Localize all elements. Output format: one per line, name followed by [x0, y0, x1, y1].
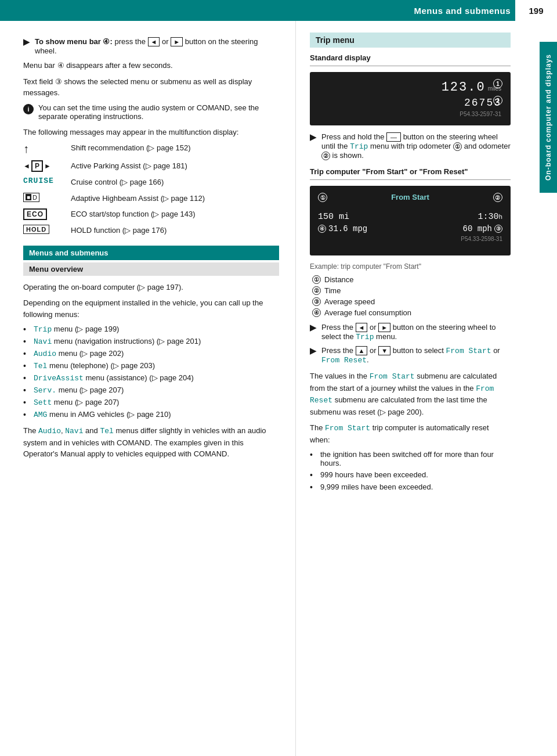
trip-data-grid: 150 mi 1:30h ④ 31.6 mpg 60 mph ③ [318, 212, 502, 233]
intro-text: To show menu bar ④: press the ◄ or ► but… [35, 37, 279, 55]
bullet-dot: • [23, 398, 31, 407]
navi-ref: Navi [65, 427, 83, 435]
num-badge-2: ② [312, 286, 321, 295]
info-box: i You can set the time using the audio s… [23, 103, 279, 121]
arrow-icon4: ▶ [310, 346, 318, 355]
bullet-text-3: 9,999 miles have been exceeded. [320, 483, 433, 491]
right-column: Trip menu Standard display 123.0 miles 1… [296, 21, 540, 756]
page-number: 199 [515, 0, 557, 21]
menu-item-navi: • Navi menu (navigation instructions) (▷… [23, 337, 279, 346]
shift-text: Shift recommendation (▷ page 152) [71, 142, 279, 154]
sett-mono: Sett [34, 398, 52, 407]
standard-display-title: Standard display [310, 53, 511, 62]
badge2: ② [321, 152, 330, 160]
num-badge-3: ③ [312, 297, 321, 306]
info-text: You can set the time using the audio sys… [38, 103, 279, 121]
footer-text: The Audio, Navi and Tel menus differ sli… [23, 425, 279, 460]
back-btn: ◄ [148, 37, 160, 46]
num-text-2: Time [324, 286, 341, 295]
menu-item-text: Navi menu (navigation instructions) (▷ p… [34, 337, 201, 346]
from-reset-ref1: From Reset [310, 384, 494, 405]
symbol-hold: HOLD [23, 225, 65, 234]
trip-circle2: ② [493, 193, 502, 202]
menu-item-audio: • Audio menu (▷ page 202) [23, 349, 279, 358]
circle-1: 1 [493, 79, 502, 88]
hold-icon: HOLD [23, 225, 49, 234]
bullet-dot: • [23, 349, 31, 358]
adaptive-icon: ■D [23, 193, 39, 202]
symbol-shift: ↑ [23, 142, 65, 156]
down-btn: ▼ [378, 346, 390, 355]
parking-p-box: P [31, 160, 43, 172]
right-btn: ► [378, 323, 390, 332]
menu-item-text: AMG menu in AMG vehicles (▷ page 210) [34, 410, 171, 419]
num-text-1: Distance [324, 275, 354, 284]
press-instr2-text: Press the ▲ or ▼ button to select From S… [321, 346, 511, 365]
tel-ref: Tel [100, 427, 113, 435]
num-item-4: ④ Average fuel consumption [312, 308, 511, 317]
trip-menu-header: Trip menu [310, 33, 511, 48]
menu-item-driveassist: • DriveAssist menu (assistance) (▷ page … [23, 373, 279, 383]
num-badge-4: ④ [312, 308, 321, 317]
from-reset-select: From Reset [321, 356, 367, 365]
para1: Menu bar ④ disappears after a few second… [23, 60, 279, 71]
from-start-select: From Start [446, 347, 491, 355]
arrow-icon3: ▶ [310, 323, 318, 332]
num-badge-1: ① [312, 275, 321, 284]
eco-icon: ECO [23, 208, 47, 220]
menu-item-trip: • Trip menu (▷ page 199) [23, 325, 279, 334]
num-item-3: ③ Average speed [312, 297, 511, 306]
trip-circle1: ① [318, 193, 327, 202]
symbol-row-adaptive: ■D Adaptive Highbeam Assist (▷ page 112) [23, 193, 279, 204]
main-container: On-board computer and displays ▶ To show… [0, 21, 557, 756]
menu-item-sett: • Sett menu (▷ page 207) [23, 398, 279, 407]
parking-arrow-right: ► [44, 162, 51, 170]
side-tab: On-board computer and displays [540, 42, 557, 193]
num-text-3: Average speed [324, 297, 375, 306]
trip-speed: 60 mph [463, 224, 492, 233]
press-arrow-instruction-2: ▶ Press the ▲ or ▼ button to select From… [310, 346, 511, 365]
para2: Text field ③ shows the selected menu or … [23, 76, 279, 99]
serv-mono: Serv. [34, 386, 56, 395]
menu-item-text: Trip menu (▷ page 199) [34, 325, 119, 334]
intro-paragraph: ▶ To show menu bar ④: press the ◄ or ► b… [23, 37, 279, 55]
intro-strong: To show menu bar ④: [35, 37, 113, 46]
bullet-dot: • [23, 386, 31, 395]
bullet-dot: • [23, 410, 31, 419]
trip-top-row: ① From Start ② [318, 193, 502, 207]
trip-mpg: 31.6 mpg [328, 224, 367, 233]
menu-items-list: • Trip menu (▷ page 199) • Navi menu (na… [23, 325, 279, 419]
trip-mono-ref: Trip [356, 333, 374, 341]
bullet-item-2: • 999 hours have been exceeded. [310, 470, 511, 480]
from-start-ref1: From Start [370, 372, 415, 381]
symbol-row-cruise: CRUISE Cruise control (▷ page 166) [23, 177, 279, 188]
badge1: ① [453, 142, 462, 151]
menu-item-text: Serv. menu (▷ page 207) [34, 386, 124, 395]
bullet-dot2: • [310, 470, 318, 480]
symbol-table: ↑ Shift recommendation (▷ page 152) ◄ P … [23, 142, 279, 236]
trip-from-start-label: From Start [391, 193, 429, 201]
menu-item-text: Sett menu (▷ page 207) [34, 398, 119, 407]
divider1 [310, 66, 511, 66]
odo-ref: P54.33-2597-31 [319, 111, 501, 117]
menus-submenus-header: Menus and submenus [23, 246, 279, 260]
amg-mono: AMG [34, 411, 47, 419]
trip-circle3: ③ [494, 225, 502, 233]
parking-arrow-left: ◄ [23, 162, 30, 170]
odo-row2: 26753 2 [319, 97, 501, 109]
bullet-dot: • [23, 361, 31, 370]
num-item-2: ② Time [312, 286, 511, 295]
eco-text: ECO start/stop function (▷ page 143) [71, 208, 279, 220]
shift-icon: ↑ [23, 142, 29, 156]
trip-distance: 150 mi [318, 212, 407, 222]
trip-screen: ① From Start ② 150 mi 1:30h ④ 31.6 mpg 6… [310, 186, 511, 255]
trip-mono: Trip [34, 325, 52, 334]
tel-mono: Tel [34, 362, 47, 370]
driveassist-mono: DriveAssist [34, 374, 84, 383]
bullet-text-1: the ignition has been switched off for m… [320, 450, 511, 467]
header-title: Menus and submenus [414, 6, 511, 16]
menu-item-serv: • Serv. menu (▷ page 207) [23, 386, 279, 395]
num-item-1: ① Distance [312, 275, 511, 284]
circle-2: 2 [493, 96, 502, 105]
navi-mono: Navi [34, 337, 52, 346]
